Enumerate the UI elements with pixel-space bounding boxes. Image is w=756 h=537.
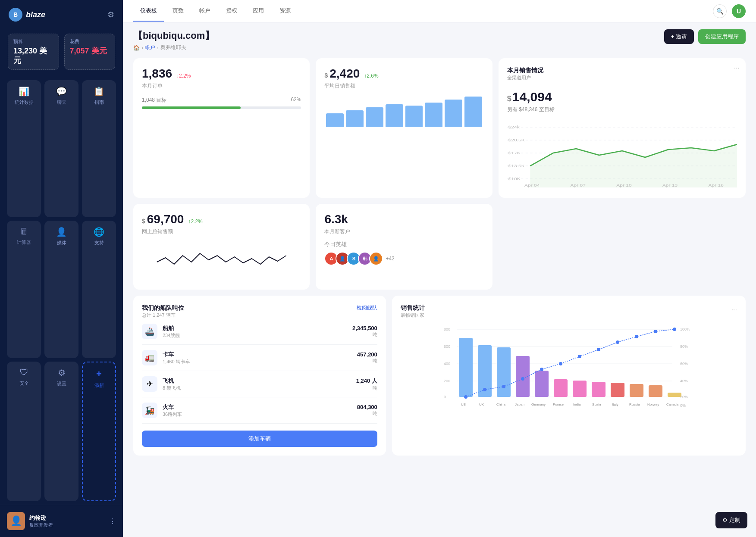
fleet-link[interactable]: 检阅舰队 (357, 304, 377, 312)
svg-point-47 (635, 335, 638, 338)
user-avatar: 👤 (7, 512, 25, 530)
budget-card: 预算 13,230 美元 (8, 34, 59, 70)
top-nav: 仪表板 页数 帐户 授权 应用 资源 🔍 U (123, 0, 756, 22)
heroes-avatars: A 👤 S 韩 👤 +42 (324, 252, 483, 265)
svg-text:Norway: Norway (647, 403, 659, 406)
expense-card: 花费 7,057 美元 (64, 34, 116, 70)
invite-button[interactable]: + 邀请 (664, 29, 694, 44)
customize-button[interactable]: ⚙ 定制 (715, 512, 747, 528)
stats-icon: 📊 (19, 86, 29, 97)
tab-pages[interactable]: 页数 (166, 1, 191, 22)
bar-2 (346, 110, 364, 127)
add-vehicle-button[interactable]: 添加车辆 (142, 431, 377, 447)
stats-row-2: $ 69,700 ↑2.2% 网上总销售额 6.3k 本月新客户 今日英雄 (133, 204, 746, 290)
svg-text:Apr 07: Apr 07 (570, 183, 585, 187)
avg-sales-label: 平均日销售额 (324, 82, 483, 90)
svg-point-40 (502, 385, 505, 388)
security-icon: 🛡 (20, 368, 28, 378)
create-app-button[interactable]: 创建应用程序 (698, 29, 746, 44)
plane-name: 飞机 (163, 377, 351, 385)
tab-resources[interactable]: 资源 (273, 1, 298, 22)
train-num: 804,300 (357, 404, 377, 410)
avg-sales-change: ↑2.6% (364, 73, 378, 79)
svg-text:Italy: Italy (612, 403, 618, 406)
avg-currency: $ (324, 72, 328, 79)
sidebar-item-calc[interactable]: 🖩 计算器 (7, 221, 41, 358)
more-options-icon[interactable]: ⋮ (109, 517, 116, 525)
bar-3 (366, 107, 383, 127)
ship-count: 234艘舰 (163, 332, 347, 339)
fleet-card: 我们的船队吨位 总计 1,247 辆车 检阅舰队 🚢 船舶 234艘舰 2,34… (133, 296, 386, 456)
breadcrumb: 🏠 › 帐户 › 奥弗维耶夫 (133, 44, 214, 51)
page-actions: + 邀请 创建应用程序 (664, 29, 746, 44)
progress-bar (142, 106, 301, 109)
svg-rect-26 (459, 338, 473, 397)
chat-icon: 💬 (56, 86, 67, 97)
sidebar-label-guide: 指南 (94, 99, 104, 106)
svg-rect-31 (554, 379, 568, 397)
monthly-value: 14,094 (512, 90, 552, 104)
support-icon: 🌐 (94, 227, 104, 237)
svg-text:$20.5K: $20.5K (508, 138, 524, 142)
orders-pct: 62% (291, 97, 301, 104)
tab-accounts[interactable]: 帐户 (192, 1, 217, 22)
sidebar-item-security[interactable]: 🛡 安全 (7, 362, 41, 501)
sidebar-item-guide[interactable]: 📋 指南 (82, 80, 116, 217)
plane-num: 1,240 人 (356, 377, 377, 385)
sidebar-item-stats[interactable]: 📊 统计数据 (7, 80, 41, 217)
monthly-more-btn[interactable]: ··· (734, 64, 740, 72)
user-name: 约翰逊 (29, 514, 105, 522)
settings-icon[interactable]: ⚙ (107, 10, 114, 19)
sidebar-item-settings[interactable]: ⚙ 设置 (44, 362, 78, 501)
logo-text: blaze (26, 10, 45, 19)
settings-nav-icon: ⚙ (58, 368, 66, 378)
hero-count: +42 (386, 256, 394, 262)
total-sales-chart (142, 240, 301, 281)
train-info: 火车 36路列车 (163, 403, 352, 418)
svg-point-48 (654, 330, 657, 333)
sidebar-item-add[interactable]: + 添新 (82, 362, 116, 501)
svg-point-41 (521, 377, 524, 381)
train-name: 火车 (163, 403, 352, 411)
train-value: 804,300 吨 (357, 404, 377, 417)
user-info: 约翰逊 反应开发者 (29, 514, 105, 528)
budget-label: 预算 (13, 38, 53, 45)
svg-text:Spain: Spain (592, 403, 601, 406)
svg-text:US: US (461, 403, 466, 406)
avg-sales-chart (324, 97, 483, 127)
svg-text:600: 600 (444, 344, 450, 349)
avg-sales-card: $ 2,420 ↑2.6% 平均日销售额 (316, 58, 492, 198)
search-button[interactable]: 🔍 (713, 4, 727, 18)
truck-icon: 🚛 (142, 350, 157, 365)
bar-4 (386, 104, 403, 127)
sidebar: B blaze ⚙ 预算 13,230 美元 花费 7,057 美元 📊 统计数… (0, 0, 123, 537)
svg-rect-36 (649, 385, 662, 397)
train-count: 36路列车 (163, 411, 352, 418)
train-unit: 吨 (357, 410, 377, 417)
svg-text:France: France (553, 403, 564, 406)
ship-icon: 🚢 (142, 324, 157, 339)
page-title-area: 【biqubiqu.com】 🏠 › 帐户 › 奥弗维耶夫 (133, 29, 214, 51)
truck-info: 卡车 1,460 辆卡车 (163, 351, 352, 365)
sidebar-item-media[interactable]: 👤 媒体 (44, 221, 78, 358)
nav-grid: 📊 统计数据 💬 聊天 📋 指南 🖩 计算器 👤 媒体 🌐 支持 🛡 安全 ⚙ (0, 77, 123, 505)
ship-unit: 吨 (352, 331, 377, 338)
tab-auth[interactable]: 授权 (219, 1, 244, 22)
tab-dashboard[interactable]: 仪表板 (133, 1, 164, 22)
breadcrumb-accounts[interactable]: 帐户 (145, 44, 155, 51)
sidebar-item-chat[interactable]: 💬 聊天 (44, 80, 78, 217)
svg-text:$24k: $24k (508, 125, 520, 129)
new-customers-card: 6.3k 本月新客户 今日英雄 A 👤 S 韩 👤 +42 (316, 204, 492, 290)
total-sales-label: 网上总销售额 (142, 228, 301, 235)
svg-rect-32 (573, 381, 587, 397)
sales-stats-more[interactable]: ... (731, 304, 737, 312)
tab-apps[interactable]: 应用 (246, 1, 271, 22)
monthly-chart: $24k $20.5K $17K $13.5K $10K Apr 04 Apr … (507, 119, 737, 189)
main-content: 仪表板 页数 帐户 授权 应用 资源 🔍 U 【biqubiqu.com】 🏠 … (123, 0, 756, 537)
truck-unit: 吨 (357, 358, 377, 364)
sidebar-footer: 👤 约翰逊 反应开发者 ⋮ (0, 505, 123, 537)
orders-card: 1,836 ↓2.2% 本月订单 1,048 目标 62% (133, 58, 310, 198)
svg-point-42 (540, 368, 543, 371)
monthly-sales-card: 本月销售情况 全渠道用户 ··· $ 14,094 另有 $48,346 至目标 (499, 58, 746, 198)
sidebar-item-support[interactable]: 🌐 支持 (82, 221, 116, 358)
